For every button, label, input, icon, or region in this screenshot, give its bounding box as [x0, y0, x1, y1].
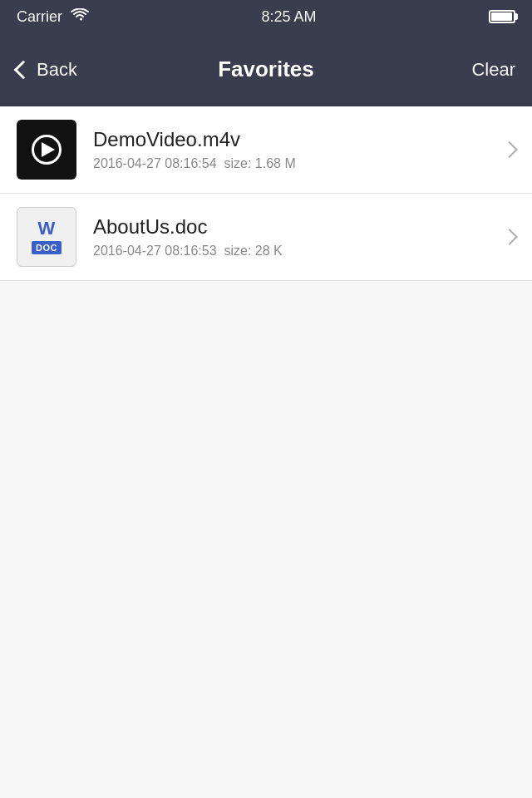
file-meta: 2016-04-27 08:16:53 size: 28 K — [93, 244, 495, 259]
chevron-right-icon — [501, 229, 518, 245]
nav-bar: Back Favorites Clear — [0, 33, 532, 106]
list-item[interactable]: DemoVideo.m4v 2016-04-27 08:16:54 size: … — [0, 106, 532, 194]
play-triangle-icon — [42, 142, 55, 157]
doc-thumbnail: W DOC — [17, 207, 76, 267]
content-area: DemoVideo.m4v 2016-04-27 08:16:54 size: … — [0, 106, 532, 798]
carrier-label: Carrier — [17, 8, 62, 26]
chevron-left-icon — [14, 60, 33, 79]
file-name: DemoVideo.m4v — [93, 128, 495, 151]
doc-label: DOC — [32, 241, 62, 254]
chevron-right-icon — [501, 141, 518, 158]
clear-button[interactable]: Clear — [432, 59, 515, 81]
back-label: Back — [37, 59, 77, 81]
file-meta: 2016-04-27 08:16:54 size: 1.68 M — [93, 156, 495, 171]
file-info: AboutUs.doc 2016-04-27 08:16:53 size: 28… — [93, 215, 495, 259]
status-time: 8:25 AM — [261, 8, 316, 26]
doc-w-letter: W — [38, 219, 56, 238]
file-name: AboutUs.doc — [93, 215, 495, 239]
list-item[interactable]: W DOC AboutUs.doc 2016-04-27 08:16:53 si… — [0, 194, 532, 281]
status-left: Carrier — [17, 8, 89, 26]
file-info: DemoVideo.m4v 2016-04-27 08:16:54 size: … — [93, 128, 495, 171]
wifi-icon — [71, 8, 89, 26]
page-title: Favorites — [100, 57, 432, 82]
back-button[interactable]: Back — [17, 59, 100, 81]
play-circle-icon — [32, 135, 62, 165]
file-icon-video — [17, 120, 76, 180]
file-list: DemoVideo.m4v 2016-04-27 08:16:54 size: … — [0, 106, 532, 281]
file-icon-doc: W DOC — [17, 207, 76, 267]
battery-icon — [489, 10, 515, 23]
video-thumbnail — [17, 120, 76, 180]
status-bar: Carrier 8:25 AM — [0, 0, 532, 33]
